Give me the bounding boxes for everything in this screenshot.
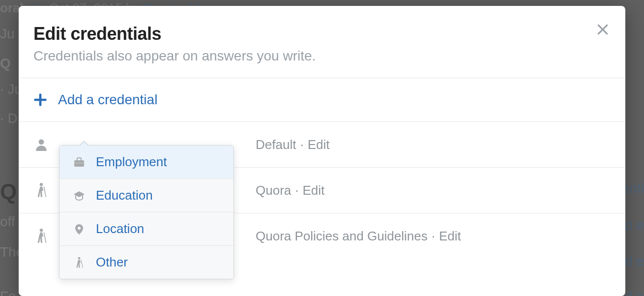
modal-title: Edit credentials <box>33 24 611 44</box>
modal-subtitle: Credentials also appear on answers you w… <box>33 48 611 64</box>
svg-line-9 <box>81 260 83 267</box>
dropdown-item-location[interactable]: Location <box>59 212 234 246</box>
edit-link[interactable]: Edit <box>308 137 330 152</box>
svg-point-0 <box>39 139 44 145</box>
credential-value: Default <box>256 137 296 152</box>
svg-line-2 <box>44 187 46 197</box>
edit-link[interactable]: Edit <box>303 183 325 198</box>
walk-icon <box>33 228 49 244</box>
briefcase-icon <box>72 156 86 168</box>
dropdown-item-label: Other <box>96 255 128 270</box>
dropdown-item-employment[interactable]: Employment <box>59 146 234 179</box>
close-button[interactable] <box>594 21 612 38</box>
graduation-cap-icon <box>72 190 86 202</box>
credential-value: Quora Policies and Guidelines <box>256 229 428 244</box>
dropdown-item-other[interactable]: Other <box>59 246 234 279</box>
modal-header: Edit credentials Credentials also appear… <box>19 6 625 78</box>
edit-link[interactable]: Edit <box>439 229 461 244</box>
svg-rect-5 <box>74 160 84 167</box>
separator: · <box>300 137 303 152</box>
svg-rect-6 <box>74 163 84 163</box>
add-credential-button[interactable]: Add a credential <box>19 78 625 122</box>
map-pin-icon <box>72 223 86 235</box>
svg-point-7 <box>78 227 81 230</box>
dropdown-item-education[interactable]: Education <box>59 179 234 212</box>
credential-type-dropdown: Employment Education Location Other <box>59 145 234 279</box>
dropdown-item-label: Employment <box>96 154 167 170</box>
credential-text: Quora · Edit <box>256 183 611 198</box>
credential-text: Quora Policies and Guidelines · Edit <box>256 229 611 244</box>
svg-point-8 <box>78 257 81 259</box>
svg-line-4 <box>44 233 46 243</box>
svg-point-1 <box>40 183 43 186</box>
walk-icon <box>72 257 86 268</box>
credential-text: Default · Edit <box>256 137 611 152</box>
dropdown-item-label: Education <box>96 188 153 203</box>
plus-icon <box>33 93 47 107</box>
dropdown-item-label: Location <box>96 221 144 237</box>
person-icon <box>33 137 49 152</box>
credential-value: Quora <box>256 183 291 198</box>
walk-icon <box>33 182 49 198</box>
add-credential-label: Add a credential <box>58 92 157 108</box>
close-icon <box>596 23 609 36</box>
separator: · <box>432 229 435 244</box>
svg-point-3 <box>40 229 43 232</box>
separator: · <box>295 183 298 198</box>
